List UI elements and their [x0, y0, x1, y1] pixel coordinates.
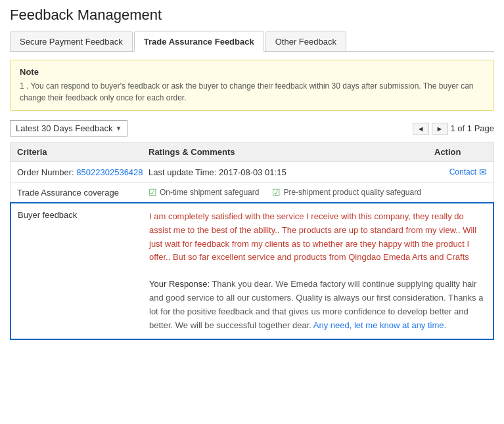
feedback-row: Buyer feedback I am completely satisfied… [10, 202, 494, 271]
coverage-item-2: ☑ Pre-shipment product quality safeguard [272, 187, 421, 198]
tab-bar: Secure Payment Feedback Trade Assurance … [10, 32, 494, 52]
tab-other-feedback[interactable]: Other Feedback [265, 32, 346, 51]
header-criteria: Criteria [17, 147, 149, 157]
note-box: Note 1 . You can respond to buyer's feed… [10, 60, 494, 111]
coverage-row: Trade Assurance coverage ☑ On-time shipm… [10, 182, 494, 202]
pagination: ◄ ► 1 of 1 Page [413, 123, 494, 135]
coverage-item-1-label: On-time shipment safeguard [160, 188, 259, 197]
contact-button[interactable]: Contact [449, 167, 476, 177]
buyer-feedback-text: I am completely satisfied with the servi… [149, 210, 486, 265]
pagination-next-button[interactable]: ► [432, 123, 448, 135]
order-label: Order Number: [17, 167, 74, 177]
tab-secure-payment[interactable]: Secure Payment Feedback [10, 32, 133, 51]
email-icon[interactable]: ✉ [479, 167, 487, 177]
pagination-prev-button[interactable]: ◄ [413, 123, 429, 135]
check-icon-2: ☑ [272, 187, 281, 198]
order-action-cell: Contact ✉ [434, 167, 487, 177]
note-title: Note [20, 67, 484, 77]
header-ratings: Ratings & Comments [149, 147, 434, 157]
note-text: 1 . You can respond to buyer's feedback … [20, 80, 484, 104]
tab-trade-assurance[interactable]: Trade Assurance Feedback [134, 32, 264, 52]
coverage-item-1: ☑ On-time shipment safeguard [149, 187, 259, 198]
filter-dropdown[interactable]: Latest 30 Days Feedback ▼ [10, 120, 127, 137]
response-row: Your Response: Thank you dear. We Emeda … [10, 271, 494, 340]
order-update-cell: Last update Time: 2017-08-03 01:15 [149, 167, 434, 177]
pagination-text: 1 of 1 Page [451, 123, 495, 133]
order-label-cell: Order Number: 85022302536428 [17, 167, 149, 177]
response-blue-text: Any need, let me know at any time. [313, 320, 446, 330]
buyer-feedback-label: Buyer feedback [18, 210, 149, 265]
table-header: Criteria Ratings & Comments Action [10, 142, 494, 161]
filter-label: Latest 30 Days Feedback [16, 123, 112, 133]
update-time: 2017-08-03 01:15 [219, 167, 286, 177]
response-label: Your Response: [149, 279, 210, 289]
chevron-down-icon: ▼ [115, 125, 122, 132]
coverage-label: Trade Assurance coverage [17, 188, 149, 198]
order-number-link[interactable]: 85022302536428 [76, 167, 143, 177]
coverage-items: ☑ On-time shipment safeguard ☑ Pre-shipm… [149, 187, 487, 198]
header-action: Action [434, 147, 487, 157]
filter-bar: Latest 30 Days Feedback ▼ ◄ ► 1 of 1 Pag… [10, 120, 494, 137]
page-title: Feedback Management [10, 7, 494, 24]
check-icon-1: ☑ [149, 187, 157, 198]
order-row: Order Number: 85022302536428 Last update… [10, 161, 494, 182]
update-label: Last update Time: [149, 167, 216, 177]
coverage-item-2-label: Pre-shipment product quality safeguard [283, 188, 421, 197]
response-text: Your Response: Thank you dear. We Emeda … [149, 278, 486, 332]
